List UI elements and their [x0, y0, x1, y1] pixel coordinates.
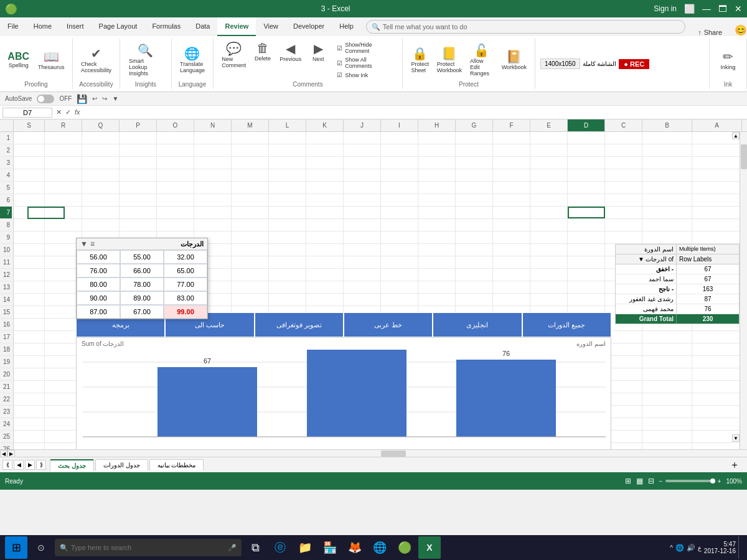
- show-hide-comment-button[interactable]: ☑Show/Hide Comment: [334, 41, 397, 55]
- cell-O3[interactable]: [157, 157, 194, 169]
- quick-access-more[interactable]: ▼: [112, 95, 118, 102]
- sheet-tab-charts[interactable]: مخططات بيانيه: [149, 459, 204, 470]
- cell-G13[interactable]: [456, 281, 493, 293]
- cell-J3[interactable]: [344, 157, 381, 169]
- tell-me-input[interactable]: 🔍 Tell me what you want to do: [366, 20, 685, 34]
- col-header-k[interactable]: K: [306, 119, 344, 131]
- cell-O2[interactable]: [157, 144, 194, 156]
- ft-cell-3-3[interactable]: 77.00: [164, 278, 207, 291]
- cell-B1[interactable]: [642, 132, 692, 144]
- translate-button[interactable]: 🌐 TranslateLanguage: [176, 45, 209, 75]
- cell-L11[interactable]: [269, 256, 306, 268]
- row-num-11[interactable]: 11: [0, 256, 12, 269]
- cell-G7[interactable]: [456, 207, 493, 218]
- check-accessibility-button[interactable]: ✔ CheckAccessibility: [77, 45, 115, 75]
- task-view-btn[interactable]: ⧉: [244, 536, 266, 559]
- cell-H5[interactable]: [418, 182, 456, 194]
- cell-J13[interactable]: [344, 281, 381, 293]
- ft-cell-2-1[interactable]: 76.00: [77, 264, 120, 278]
- cell-K8[interactable]: [306, 219, 344, 231]
- col-header-d[interactable]: D: [568, 119, 605, 131]
- cell-S7[interactable]: [14, 207, 45, 218]
- ft-cell-4-1[interactable]: 90.00: [77, 291, 120, 305]
- cell-H7[interactable]: [418, 207, 456, 218]
- cell-H11[interactable]: [418, 256, 456, 268]
- cell-L13[interactable]: [269, 281, 306, 293]
- zoom-in-btn[interactable]: +: [718, 478, 721, 485]
- view-preview-btn[interactable]: ⊟: [648, 477, 654, 485]
- cell-A24[interactable]: [692, 418, 740, 430]
- cell-N5[interactable]: [194, 182, 232, 194]
- cell-N7[interactable]: [194, 207, 232, 218]
- cell-S12[interactable]: [14, 269, 45, 281]
- cell-R5[interactable]: [45, 182, 82, 194]
- cell-M3[interactable]: [232, 157, 269, 169]
- cell-H2[interactable]: [418, 144, 456, 156]
- row-num-17[interactable]: 17: [0, 331, 12, 343]
- cell-S22[interactable]: [14, 393, 45, 405]
- cell-K6[interactable]: [306, 194, 344, 206]
- cell-K5[interactable]: [306, 182, 344, 194]
- cell-C1[interactable]: [605, 132, 642, 144]
- delete-comment-button[interactable]: 🗑 Delete: [250, 40, 275, 63]
- ft-cell-1-3[interactable]: 32.00: [164, 250, 207, 264]
- cell-R2[interactable]: [45, 144, 82, 156]
- cell-M9[interactable]: [232, 231, 269, 243]
- cell-D4[interactable]: [568, 169, 605, 181]
- ft-cell-5-1[interactable]: 87.00: [77, 305, 120, 319]
- cell-E10[interactable]: [530, 244, 568, 256]
- ft-cell-4-2[interactable]: 89.00: [120, 291, 164, 305]
- col-header-l[interactable]: L: [269, 119, 306, 131]
- cell-H8[interactable]: [418, 219, 456, 231]
- cell-M4[interactable]: [232, 169, 269, 181]
- excel-btn[interactable]: X: [418, 536, 441, 559]
- row-num-5[interactable]: 5: [0, 182, 12, 194]
- cell-F13[interactable]: [493, 281, 530, 293]
- rec-button[interactable]: ● REC: [619, 59, 649, 69]
- cell-S24[interactable]: [14, 418, 45, 430]
- scroll-right[interactable]: ▶: [7, 450, 15, 457]
- cell-C3[interactable]: [605, 157, 642, 169]
- col-header-q[interactable]: Q: [82, 119, 120, 131]
- cell-M11[interactable]: [232, 256, 269, 268]
- pivot-filter-icon[interactable]: ▼: [638, 256, 644, 263]
- cell-O7[interactable]: [157, 207, 194, 218]
- cell-B7[interactable]: [642, 207, 692, 218]
- tab-view[interactable]: View: [256, 17, 286, 36]
- cell-Q8[interactable]: [82, 219, 120, 231]
- name-box[interactable]: [2, 108, 52, 118]
- cell-A6[interactable]: [692, 194, 740, 206]
- cell-F7[interactable]: [493, 207, 530, 218]
- cell-L6[interactable]: [269, 194, 306, 206]
- formula-input[interactable]: [84, 109, 745, 116]
- cell-I11[interactable]: [381, 256, 418, 268]
- view-layout-btn[interactable]: ▦: [636, 477, 643, 485]
- cell-S20[interactable]: [14, 368, 45, 380]
- edge-btn[interactable]: ⓔ: [269, 536, 291, 559]
- cell-E9[interactable]: [530, 231, 568, 243]
- cell-P5[interactable]: [120, 182, 157, 194]
- chrome-btn[interactable]: 🌐: [369, 536, 391, 559]
- cell-R8[interactable]: [45, 219, 82, 231]
- cell-L8[interactable]: [269, 219, 306, 231]
- show-all-comments-button[interactable]: ☑Show All Comments: [334, 56, 397, 70]
- scroll-left[interactable]: ◀: [0, 450, 7, 457]
- cell-B18[interactable]: [642, 343, 692, 355]
- col-header-p[interactable]: P: [120, 119, 157, 131]
- cell-N3[interactable]: [194, 157, 232, 169]
- cell-R3[interactable]: [45, 157, 82, 169]
- cell-H4[interactable]: [418, 169, 456, 181]
- cell-O1[interactable]: [157, 132, 194, 144]
- cell-F4[interactable]: [493, 169, 530, 181]
- cell-C8[interactable]: [605, 219, 642, 231]
- cell-S26[interactable]: [14, 443, 45, 449]
- cell-J5[interactable]: [344, 182, 381, 194]
- cell-K14[interactable]: [306, 294, 344, 306]
- col-header-e[interactable]: E: [530, 119, 568, 131]
- store-btn[interactable]: 🏪: [319, 536, 341, 559]
- sort-icon[interactable]: ≡: [90, 240, 95, 248]
- view-normal-btn[interactable]: ⊞: [625, 477, 631, 485]
- confirm-formula-btn[interactable]: ✓: [64, 108, 72, 116]
- cell-K1[interactable]: [306, 132, 344, 144]
- row-num-7[interactable]: 7: [0, 207, 12, 219]
